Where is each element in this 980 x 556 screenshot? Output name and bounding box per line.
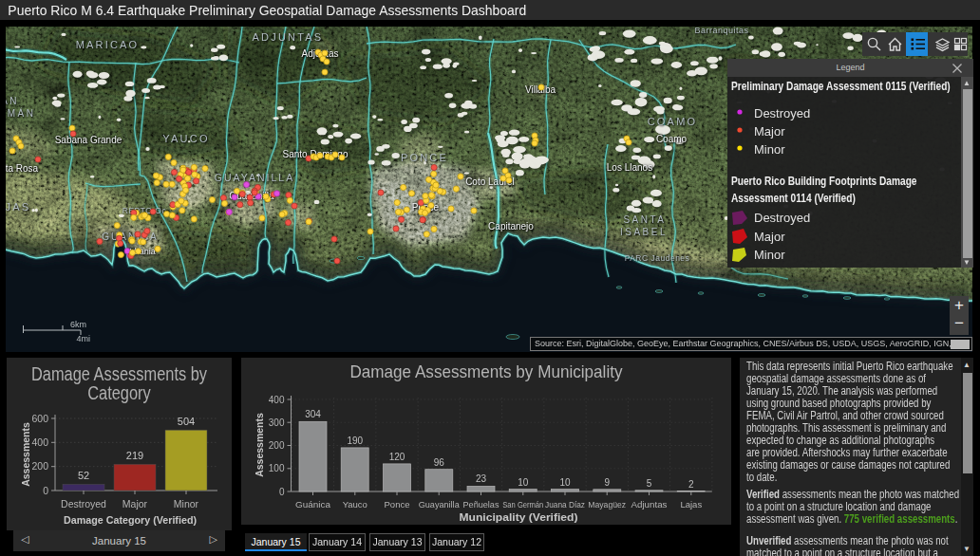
svg-text:504: 504	[178, 416, 195, 427]
svg-text:Capitanejo: Capitanejo	[488, 221, 534, 232]
svg-text:Mayagüez: Mayagüez	[588, 499, 626, 510]
svg-text:Adjuntas: Adjuntas	[631, 499, 668, 510]
svg-text:52: 52	[78, 470, 89, 481]
svg-text:0: 0	[279, 487, 285, 497]
svg-text:400: 400	[31, 436, 48, 448]
svg-text:200: 200	[31, 460, 48, 472]
svg-text:10: 10	[559, 477, 571, 488]
svg-text:PARC Jaudenes: PARC Jaudenes	[625, 253, 690, 263]
svg-text:PONCE: PONCE	[401, 152, 448, 163]
svg-text:Coamo: Coamo	[656, 134, 688, 144]
svg-text:2: 2	[688, 479, 694, 490]
svg-text:ISABEL: ISABEL	[620, 227, 668, 237]
svg-text:YAUCO: YAUCO	[162, 133, 209, 144]
svg-text:100: 100	[269, 463, 285, 473]
svg-text:4mi: 4mi	[76, 334, 90, 343]
svg-text:23: 23	[476, 473, 487, 484]
svg-text:0: 0	[43, 485, 48, 496]
svg-text:5: 5	[647, 478, 652, 489]
svg-text:120: 120	[389, 452, 405, 462]
svg-text:Assessments: Assessments	[254, 413, 265, 477]
svg-text:200: 200	[269, 440, 285, 451]
svg-text:6km: 6km	[70, 320, 86, 329]
svg-text:190: 190	[347, 436, 363, 446]
svg-text:GUAYANILLA: GUAYANILLA	[215, 172, 294, 183]
svg-text:San Germán: San Germán	[502, 499, 543, 510]
svg-text:Juana Díaz: Juana Díaz	[545, 499, 585, 510]
svg-text:Yauco: Yauco	[343, 499, 368, 510]
svg-text:ADJUNTAS: ADJUNTAS	[253, 31, 324, 43]
svg-text:300: 300	[269, 417, 285, 428]
svg-text:96: 96	[434, 457, 445, 468]
svg-text:MARICAO: MARICAO	[76, 39, 140, 50]
svg-text:Guánica: Guánica	[295, 499, 331, 510]
svg-text:Barranquitas: Barranquitas	[694, 27, 748, 35]
svg-text:Sabana Grande: Sabana Grande	[55, 135, 122, 145]
svg-text:400: 400	[269, 395, 285, 405]
svg-text:Santa Rosa: Santa Rosa	[6, 163, 39, 174]
svg-text:SAN: SAN	[6, 96, 19, 106]
svg-text:10: 10	[518, 477, 529, 488]
svg-text:Peñuelas: Peñuelas	[463, 499, 499, 510]
svg-text:Assessments: Assessments	[20, 422, 31, 487]
svg-text:Ponce: Ponce	[385, 499, 410, 510]
svg-text:Minor: Minor	[174, 498, 199, 510]
svg-text:600: 600	[31, 413, 48, 424]
svg-text:LAJAS: LAJAS	[6, 201, 30, 213]
svg-text:Major: Major	[122, 498, 148, 510]
svg-text:COAMO: COAMO	[648, 116, 698, 127]
svg-text:Guayanilla: Guayanilla	[419, 499, 461, 510]
svg-text:SANTA: SANTA	[623, 214, 666, 225]
svg-text:304: 304	[305, 409, 321, 419]
svg-text:Municipality (Verified): Municipality (Verified)	[460, 511, 578, 523]
svg-text:Lajas: Lajas	[680, 499, 702, 510]
svg-text:GERMÁN: GERMÁN	[6, 107, 35, 119]
svg-text:9: 9	[604, 477, 610, 488]
svg-text:219: 219	[126, 450, 143, 461]
svg-text:Los Llanos: Los Llanos	[607, 162, 652, 173]
svg-text:Destroyed: Destroyed	[61, 498, 106, 510]
svg-text:Damage Category (Verified): Damage Category (Verified)	[64, 514, 197, 526]
